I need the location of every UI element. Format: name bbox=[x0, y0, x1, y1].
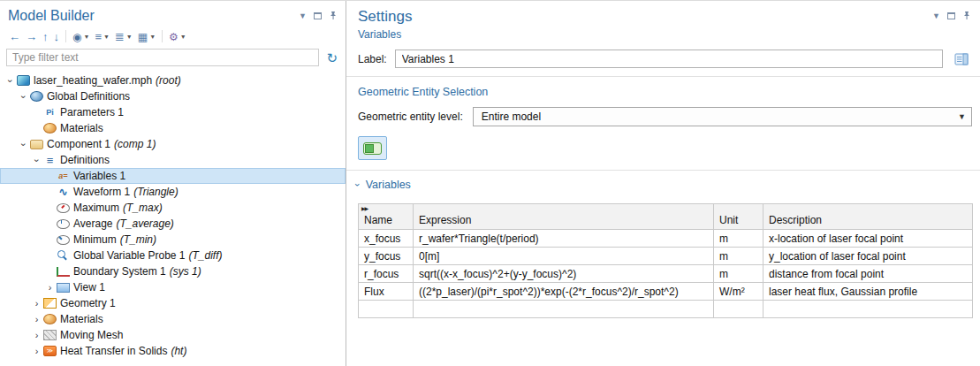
tree-item-label: Geometry 1 bbox=[60, 297, 116, 309]
pin-icon[interactable] bbox=[329, 8, 338, 24]
collapse-icon[interactable] bbox=[31, 156, 42, 165]
column-header-expression[interactable]: Expression bbox=[414, 204, 714, 230]
variable-description-cell[interactable]: distance from focal point bbox=[763, 265, 973, 283]
empty-cell[interactable] bbox=[714, 301, 763, 318]
tree-item-label: Global Variable Probe 1 bbox=[73, 249, 186, 262]
tree-item[interactable]: Average(T_average) bbox=[0, 216, 346, 232]
variable-name-cell[interactable]: x_focus bbox=[359, 230, 414, 248]
tree-item-label: laser_heating_wafer.mph bbox=[34, 74, 152, 87]
dropdown-caret-icon: ▼ bbox=[180, 34, 186, 40]
collapse-icon[interactable] bbox=[18, 140, 29, 149]
expand-icon[interactable] bbox=[31, 331, 42, 340]
expand-icon[interactable] bbox=[31, 315, 42, 324]
tree-item[interactable]: Moving Mesh bbox=[0, 327, 346, 343]
tree-item[interactable]: Global Definitions bbox=[0, 88, 346, 104]
tree-item[interactable]: Minimum(T_min) bbox=[0, 232, 346, 248]
column-header-unit[interactable]: Unit bbox=[714, 204, 763, 230]
tree-item[interactable]: Definitions bbox=[0, 152, 346, 168]
model-builder-header: Model Builder ▼ bbox=[0, 1, 346, 25]
tree-item[interactable]: laser_heating_wafer.mph(root) bbox=[0, 72, 346, 88]
globe-icon bbox=[30, 91, 43, 102]
column-header-label: Name bbox=[364, 214, 392, 226]
variable-expression-cell[interactable]: ((2*p_laser)/(pi*r_spot^2))*exp(-(2*r_fo… bbox=[414, 283, 714, 301]
dropdown-caret-icon: ▼ bbox=[103, 34, 110, 40]
gauge-max-icon bbox=[57, 203, 70, 213]
variable-unit-cell[interactable]: W/m² bbox=[714, 283, 763, 301]
column-header-name[interactable]: Name bbox=[359, 204, 414, 230]
tree-item[interactable]: Materials bbox=[0, 120, 346, 136]
filter-row: ↻ bbox=[0, 46, 346, 70]
settings-title: Settings bbox=[358, 8, 412, 26]
tree-item[interactable]: Maximum(T_max) bbox=[0, 200, 346, 216]
back-button[interactable] bbox=[6, 30, 23, 43]
variable-row: Flux((2*p_laser)/(pi*r_spot^2))*exp(-(2*… bbox=[359, 283, 973, 301]
sort-button[interactable]: ▼ bbox=[112, 30, 135, 43]
tree-item[interactable]: Global Variable Probe 1(T_diff) bbox=[0, 248, 346, 263]
column-header-description[interactable]: Description bbox=[763, 204, 973, 230]
expand-icon[interactable] bbox=[31, 347, 42, 356]
node-text-button[interactable]: ▼ bbox=[92, 30, 112, 43]
tree-item-label: Waveform 1 bbox=[73, 186, 130, 198]
model-tree: laser_heating_wafer.mph(root)Global Defi… bbox=[0, 70, 346, 366]
forward-button[interactable] bbox=[23, 30, 40, 43]
filter-input[interactable] bbox=[6, 49, 319, 66]
collapse-icon[interactable] bbox=[4, 76, 16, 86]
settings-panel: Settings ▼ Variables Label: G bbox=[346, 1, 980, 366]
panel-menu-icon[interactable]: ▼ bbox=[299, 11, 307, 20]
show-button[interactable]: ▼ bbox=[70, 30, 92, 43]
label-input[interactable] bbox=[395, 50, 943, 68]
variable-name-cell[interactable]: y_focus bbox=[359, 248, 414, 265]
chevron-down-icon: ▼ bbox=[958, 112, 966, 121]
move-down-button[interactable] bbox=[51, 30, 63, 43]
forward-icon bbox=[26, 31, 37, 42]
tree-item-suffix: (T_diff) bbox=[189, 249, 223, 262]
tree-item[interactable]: Variables 1 bbox=[0, 168, 346, 184]
variable-name-cell[interactable]: Flux bbox=[359, 283, 414, 301]
variables-section-header[interactable]: Variables bbox=[346, 171, 980, 197]
toolbar-settings-button[interactable]: ▼ bbox=[166, 30, 189, 43]
pin-icon[interactable] bbox=[962, 8, 971, 24]
tree-item[interactable]: Waveform 1(Triangle) bbox=[0, 184, 346, 200]
more-options-button[interactable] bbox=[951, 50, 972, 68]
variable-unit-cell[interactable]: m bbox=[714, 248, 763, 265]
float-window-icon[interactable] bbox=[314, 12, 322, 19]
refresh-icon[interactable]: ↻ bbox=[324, 51, 339, 65]
columns-button[interactable]: ▼ bbox=[135, 30, 158, 43]
expand-icon[interactable] bbox=[44, 283, 56, 293]
variable-expression-cell[interactable]: 0[m] bbox=[414, 248, 714, 265]
collapse-icon[interactable] bbox=[18, 92, 29, 102]
variable-description-cell[interactable]: x-location of laser focal point bbox=[763, 230, 973, 248]
tree-item[interactable]: View 1 bbox=[0, 279, 346, 295]
tree-item[interactable]: Materials bbox=[0, 311, 346, 327]
variable-description-cell[interactable]: laser heat flux, Gaussian profile bbox=[763, 283, 973, 301]
geometric-entity-level-select[interactable]: Entire model ▼ bbox=[473, 107, 972, 126]
variables-table-head-row: NameExpressionUnitDescription bbox=[359, 204, 973, 230]
variables-section-title: Variables bbox=[366, 179, 411, 191]
expand-icon[interactable] bbox=[31, 299, 42, 309]
tree-item[interactable]: Geometry 1 bbox=[0, 295, 346, 311]
model-icon bbox=[17, 75, 30, 86]
variable-name-cell[interactable]: r_focus bbox=[359, 265, 414, 283]
parameters-icon bbox=[43, 106, 57, 118]
move-up-button[interactable] bbox=[40, 30, 51, 43]
variable-unit-cell[interactable]: m bbox=[714, 265, 763, 283]
variable-expression-cell[interactable]: sqrt((x-x_focus)^2+(y-y_focus)^2) bbox=[414, 265, 714, 283]
active-toggle-button[interactable] bbox=[358, 136, 387, 160]
variable-unit-cell[interactable]: m bbox=[714, 230, 763, 248]
empty-cell[interactable] bbox=[359, 301, 414, 318]
empty-cell[interactable] bbox=[414, 301, 714, 318]
panel-menu-icon[interactable]: ▼ bbox=[932, 11, 940, 20]
tree-item[interactable]: Component 1(comp 1) bbox=[0, 136, 346, 152]
model-builder-title: Model Builder bbox=[8, 8, 95, 24]
dropdown-caret-icon: ▼ bbox=[83, 34, 89, 40]
empty-cell[interactable] bbox=[763, 301, 973, 318]
tree-item[interactable]: Boundary System 1(sys 1) bbox=[0, 263, 346, 279]
float-window-icon[interactable] bbox=[947, 12, 955, 19]
tree-item[interactable]: Heat Transfer in Solids(ht) bbox=[0, 343, 346, 359]
tree-item[interactable]: Parameters 1 bbox=[0, 104, 346, 120]
column-header-label: Description bbox=[769, 214, 822, 226]
variable-expression-cell[interactable]: r_wafer*Triangle(t/period) bbox=[414, 230, 714, 248]
variable-description-cell[interactable]: y_location of laser focal point bbox=[763, 248, 973, 265]
collapse-section-icon[interactable] bbox=[353, 183, 363, 187]
mesh-icon bbox=[43, 330, 57, 340]
